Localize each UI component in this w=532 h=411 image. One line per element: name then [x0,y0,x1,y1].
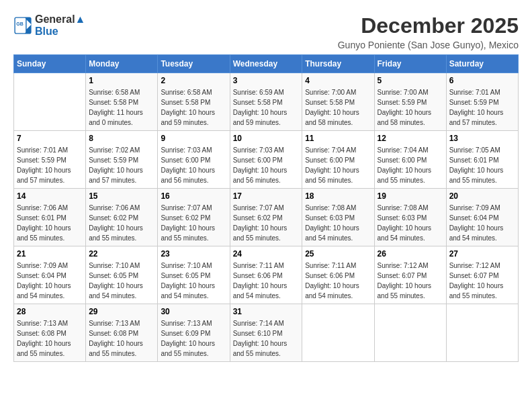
day-detail: Sunrise: 7:04 AM Sunset: 6:00 PM Dayligh… [305,145,371,185]
calendar-cell: 7Sunrise: 7:01 AM Sunset: 5:59 PM Daylig… [14,131,86,189]
calendar-cell: 20Sunrise: 7:09 AM Sunset: 6:04 PM Dayli… [446,189,518,246]
logo-text: General▲ Blue [35,13,85,38]
day-detail: Sunrise: 7:08 AM Sunset: 6:03 PM Dayligh… [378,203,443,243]
calendar-week-row: 7Sunrise: 7:01 AM Sunset: 5:59 PM Daylig… [14,131,519,189]
calendar-cell: 28Sunrise: 7:13 AM Sunset: 6:08 PM Dayli… [14,304,86,362]
calendar-cell: 30Sunrise: 7:13 AM Sunset: 6:09 PM Dayli… [158,304,230,362]
calendar-cell [446,304,518,362]
title-block: December 2025 Gunyo Poniente (San Jose G… [338,13,519,50]
col-header-friday: Friday [374,55,446,73]
calendar-cell: 4Sunrise: 7:00 AM Sunset: 5:58 PM Daylig… [302,73,374,131]
calendar-cell: 21Sunrise: 7:09 AM Sunset: 6:04 PM Dayli… [14,246,86,304]
calendar-week-row: 21Sunrise: 7:09 AM Sunset: 6:04 PM Dayli… [14,246,519,304]
calendar-cell [14,73,86,131]
day-number: 1 [89,76,154,85]
calendar-cell: 5Sunrise: 7:00 AM Sunset: 5:59 PM Daylig… [374,73,446,131]
day-detail: Sunrise: 7:07 AM Sunset: 6:02 PM Dayligh… [233,203,300,243]
calendar-cell: 24Sunrise: 7:11 AM Sunset: 6:06 PM Dayli… [230,246,302,304]
calendar-cell: 6Sunrise: 7:01 AM Sunset: 5:59 PM Daylig… [446,73,518,131]
day-detail: Sunrise: 7:12 AM Sunset: 6:07 PM Dayligh… [449,261,515,301]
calendar-week-row: 14Sunrise: 7:06 AM Sunset: 6:01 PM Dayli… [14,189,519,246]
calendar-cell [374,304,446,362]
day-detail: Sunrise: 7:10 AM Sunset: 6:05 PM Dayligh… [161,261,226,301]
day-detail: Sunrise: 7:00 AM Sunset: 5:59 PM Dayligh… [378,87,443,128]
calendar-cell: 15Sunrise: 7:06 AM Sunset: 6:02 PM Dayli… [86,189,158,246]
calendar-cell: 25Sunrise: 7:11 AM Sunset: 6:06 PM Dayli… [302,246,374,304]
calendar-header-row: SundayMondayTuesdayWednesdayThursdayFrid… [14,55,519,73]
day-detail: Sunrise: 7:05 AM Sunset: 6:01 PM Dayligh… [449,145,515,185]
day-detail: Sunrise: 7:00 AM Sunset: 5:58 PM Dayligh… [305,87,371,128]
calendar-cell: 14Sunrise: 7:06 AM Sunset: 6:01 PM Dayli… [14,189,86,246]
calendar-week-row: 1Sunrise: 6:58 AM Sunset: 5:58 PM Daylig… [14,73,519,131]
day-detail: Sunrise: 7:06 AM Sunset: 6:02 PM Dayligh… [89,203,154,243]
svg-text:GB: GB [16,21,24,26]
col-header-tuesday: Tuesday [158,55,230,73]
day-number: 4 [305,76,371,85]
day-detail: Sunrise: 6:59 AM Sunset: 5:58 PM Dayligh… [233,87,300,128]
day-number: 5 [378,76,443,85]
day-detail: Sunrise: 7:06 AM Sunset: 6:01 PM Dayligh… [17,203,83,243]
day-number: 3 [233,76,300,85]
day-number: 17 [233,191,300,201]
day-number: 18 [305,191,371,201]
calendar-cell: 16Sunrise: 7:07 AM Sunset: 6:02 PM Dayli… [158,189,230,246]
day-detail: Sunrise: 6:58 AM Sunset: 5:58 PM Dayligh… [161,87,226,128]
calendar-cell: 9Sunrise: 7:03 AM Sunset: 6:00 PM Daylig… [158,131,230,189]
day-number: 7 [17,134,83,143]
calendar-cell: 2Sunrise: 6:58 AM Sunset: 5:58 PM Daylig… [158,73,230,131]
day-detail: Sunrise: 7:10 AM Sunset: 6:05 PM Dayligh… [89,261,154,301]
calendar-cell: 18Sunrise: 7:08 AM Sunset: 6:03 PM Dayli… [302,189,374,246]
calendar-cell: 19Sunrise: 7:08 AM Sunset: 6:03 PM Dayli… [374,189,446,246]
calendar-cell: 22Sunrise: 7:10 AM Sunset: 6:05 PM Dayli… [86,246,158,304]
col-header-saturday: Saturday [446,55,518,73]
day-detail: Sunrise: 7:01 AM Sunset: 5:59 PM Dayligh… [449,87,515,128]
col-header-sunday: Sunday [14,55,86,73]
day-detail: Sunrise: 7:03 AM Sunset: 6:00 PM Dayligh… [233,145,300,185]
day-detail: Sunrise: 7:11 AM Sunset: 6:06 PM Dayligh… [233,261,300,301]
day-detail: Sunrise: 7:11 AM Sunset: 6:06 PM Dayligh… [305,261,371,301]
logo: GB General▲ Blue [13,13,85,38]
page-subtitle: Gunyo Poniente (San Jose Gunyo), Mexico [338,40,519,50]
calendar-week-row: 28Sunrise: 7:13 AM Sunset: 6:08 PM Dayli… [14,304,519,362]
day-number: 29 [89,307,154,316]
day-number: 21 [17,249,83,259]
day-number: 9 [161,134,226,143]
day-detail: Sunrise: 7:01 AM Sunset: 5:59 PM Dayligh… [17,145,83,185]
day-detail: Sunrise: 7:13 AM Sunset: 6:08 PM Dayligh… [89,318,154,359]
calendar-cell: 26Sunrise: 7:12 AM Sunset: 6:07 PM Dayli… [374,246,446,304]
day-number: 6 [449,76,515,85]
day-detail: Sunrise: 7:13 AM Sunset: 6:09 PM Dayligh… [161,318,226,359]
day-number: 25 [305,249,371,259]
calendar-cell: 12Sunrise: 7:04 AM Sunset: 6:00 PM Dayli… [374,131,446,189]
day-number: 14 [17,191,83,201]
page-title: December 2025 [338,13,519,38]
day-detail: Sunrise: 7:09 AM Sunset: 6:04 PM Dayligh… [17,261,83,301]
day-detail: Sunrise: 7:02 AM Sunset: 5:59 PM Dayligh… [89,145,154,185]
day-number: 19 [378,191,443,201]
col-header-wednesday: Wednesday [230,55,302,73]
day-number: 12 [378,134,443,143]
col-header-thursday: Thursday [302,55,374,73]
day-number: 8 [89,134,154,143]
calendar-cell: 13Sunrise: 7:05 AM Sunset: 6:01 PM Dayli… [446,131,518,189]
day-number: 30 [161,307,226,316]
calendar-cell: 23Sunrise: 7:10 AM Sunset: 6:05 PM Dayli… [158,246,230,304]
day-number: 15 [89,191,154,201]
calendar-cell [302,304,374,362]
page-header: GB General▲ Blue December 2025 Gunyo Pon… [13,13,519,50]
calendar-cell: 11Sunrise: 7:04 AM Sunset: 6:00 PM Dayli… [302,131,374,189]
day-number: 11 [305,134,371,143]
day-detail: Sunrise: 7:08 AM Sunset: 6:03 PM Dayligh… [305,203,371,243]
day-number: 27 [449,249,515,259]
calendar-cell: 27Sunrise: 7:12 AM Sunset: 6:07 PM Dayli… [446,246,518,304]
day-detail: Sunrise: 7:03 AM Sunset: 6:00 PM Dayligh… [161,145,226,185]
day-detail: Sunrise: 7:04 AM Sunset: 6:00 PM Dayligh… [378,145,443,185]
day-number: 20 [449,191,515,201]
day-number: 22 [89,249,154,259]
calendar-cell: 8Sunrise: 7:02 AM Sunset: 5:59 PM Daylig… [86,131,158,189]
day-number: 13 [449,134,515,143]
day-number: 10 [233,134,300,143]
calendar-cell: 17Sunrise: 7:07 AM Sunset: 6:02 PM Dayli… [230,189,302,246]
calendar-cell: 10Sunrise: 7:03 AM Sunset: 6:00 PM Dayli… [230,131,302,189]
logo-icon: GB [13,16,32,35]
